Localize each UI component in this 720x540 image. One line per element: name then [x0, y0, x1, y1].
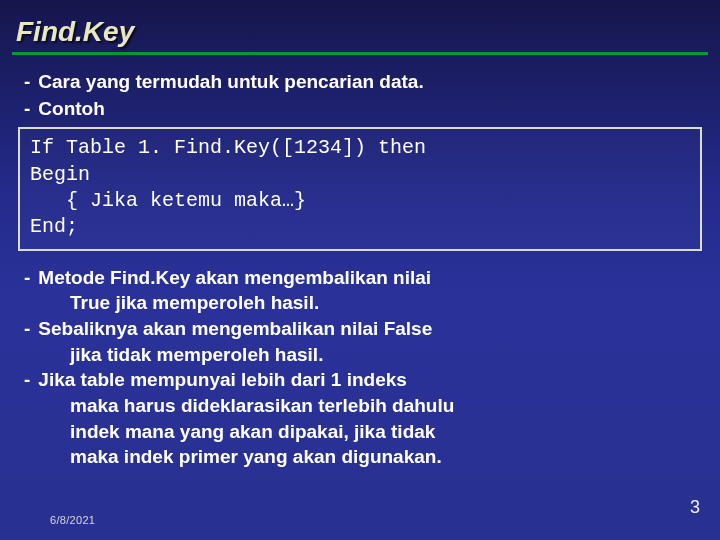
- dash-icon: -: [24, 265, 30, 291]
- code-line: { Jika ketemu maka…}: [30, 188, 306, 214]
- code-line: End;: [30, 215, 78, 238]
- bullet-item: - Contoh: [24, 96, 700, 122]
- bullet-cont: indek mana yang akan dipakai, jika tidak: [24, 419, 700, 445]
- bullet-cont: True jika memperoleh hasil.: [24, 290, 700, 316]
- dash-icon: -: [24, 316, 30, 342]
- bullet-item: - Metode Find.Key akan mengembalikan nil…: [24, 265, 700, 291]
- code-line: Begin: [30, 163, 90, 186]
- bullet-cont: maka indek primer yang akan digunakan.: [24, 444, 700, 470]
- bullet-text: Contoh: [38, 96, 104, 122]
- code-box: If Table 1. Find.Key([1234]) then Begin …: [18, 127, 702, 251]
- bullet-item: - Cara yang termudah untuk pencarian dat…: [24, 69, 700, 95]
- bullet-text: Cara yang termudah untuk pencarian data.: [38, 69, 423, 95]
- bullet-text: Jika table mempunyai lebih dari 1 indeks: [38, 367, 407, 393]
- slide: Find.Key - Cara yang termudah untuk penc…: [0, 0, 720, 540]
- code-line: If Table 1. Find.Key([1234]) then: [30, 136, 426, 159]
- bullet-text: Sebaliknya akan mengembalikan nilai Fals…: [38, 316, 432, 342]
- title-bar: Find.Key: [12, 10, 708, 55]
- dash-icon: -: [24, 367, 30, 393]
- bullet-cont: jika tidak memperoleh hasil.: [24, 342, 700, 368]
- footer-date: 6/8/2021: [50, 514, 95, 526]
- bullet-item: - Jika table mempunyai lebih dari 1 inde…: [24, 367, 700, 393]
- bullet-item: - Sebaliknya akan mengembalikan nilai Fa…: [24, 316, 700, 342]
- bullets-bottom: - Metode Find.Key akan mengembalikan nil…: [12, 265, 708, 470]
- dash-icon: -: [24, 96, 30, 122]
- dash-icon: -: [24, 69, 30, 95]
- slide-title: Find.Key: [16, 16, 704, 48]
- bullets-top: - Cara yang termudah untuk pencarian dat…: [12, 69, 708, 121]
- bullet-text: Metode Find.Key akan mengembalikan nilai: [38, 265, 431, 291]
- footer-page-number: 3: [690, 497, 700, 518]
- bullet-cont: maka harus dideklarasikan terlebih dahul…: [24, 393, 700, 419]
